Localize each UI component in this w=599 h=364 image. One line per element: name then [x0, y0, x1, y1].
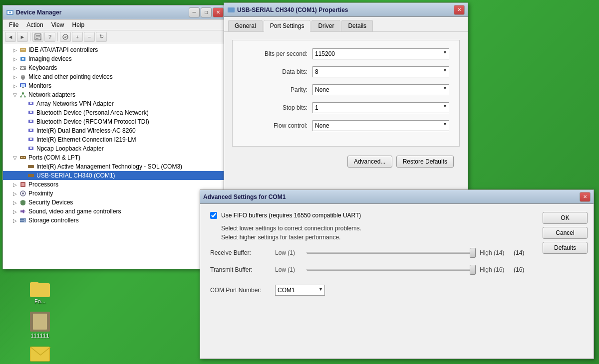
tree-item-storage[interactable]: ▷ Storage controllers: [3, 216, 227, 225]
toolbar-add[interactable]: +: [72, 32, 83, 42]
transmit-thumb[interactable]: [470, 265, 476, 275]
com-port-select-wrapper[interactable]: COM1 COM2 COM3 COM4: [275, 285, 325, 296]
expander-sound[interactable]: ▷: [11, 207, 19, 215]
desktop-icon-mail[interactable]: [25, 347, 55, 362]
defaults-button[interactable]: Defaults: [543, 242, 588, 254]
tree-item-vpn[interactable]: · Array Networks VPN Adapter: [3, 99, 227, 108]
tree-item-usb-serial[interactable]: · USB-SERIAL CH340 (COM1): [3, 171, 227, 180]
tree-item-amt[interactable]: · Intel(R) Active Management Technology …: [3, 162, 227, 171]
minimize-button[interactable]: ─: [189, 7, 200, 17]
cancel-button[interactable]: Cancel: [543, 227, 588, 239]
parity-wrapper[interactable]: None Odd Even: [312, 84, 449, 95]
expander-ports[interactable]: ▽: [11, 154, 19, 162]
svg-point-54: [24, 221, 25, 222]
com-port-select[interactable]: COM1 COM2 COM3 COM4: [275, 285, 325, 296]
expander-prox[interactable]: ▷: [11, 189, 19, 197]
advanced-button[interactable]: Advanced...: [347, 156, 392, 168]
menu-file[interactable]: File: [5, 20, 22, 29]
device-manager-titlebar[interactable]: Device Manager ─ □ ✕: [3, 5, 227, 19]
expander-ide[interactable]: ▷: [11, 46, 19, 54]
menu-view[interactable]: View: [47, 20, 68, 29]
flow-select[interactable]: None Xon/Xoff Hardware: [312, 120, 449, 131]
tree-item-wifi[interactable]: · Intel(R) Dual Band Wireless-AC 8260: [3, 126, 227, 135]
svg-point-31: [30, 111, 32, 113]
tree-item-bt1[interactable]: · Bluetooth Device (Personal Area Networ…: [3, 108, 227, 117]
tree-item-bt2[interactable]: · Bluetooth Device (RFCOMM Protocol TDI): [3, 117, 227, 126]
tree-item-monitors[interactable]: ▷ Monitors: [3, 81, 227, 90]
tree-item-ethernet[interactable]: · Intel(R) Ethernet Connection I219-LM: [3, 135, 227, 144]
bits-per-second-select[interactable]: 115200 57600 38400 19200 9600: [312, 48, 449, 59]
tree-item-npcap[interactable]: · Npcap Loopback Adapter: [3, 144, 227, 153]
expander-proc[interactable]: ▷: [11, 181, 19, 188]
data-bits-wrapper[interactable]: 8 7 6 5: [312, 66, 449, 77]
receive-thumb[interactable]: [470, 248, 476, 258]
toolbar-remove[interactable]: −: [84, 32, 95, 42]
tab-general[interactable]: General: [228, 20, 263, 31]
close-button[interactable]: ✕: [213, 7, 224, 17]
tab-details[interactable]: Details: [341, 20, 373, 31]
tree-item-security[interactable]: ▷ Security Devices: [3, 198, 227, 207]
svg-rect-16: [25, 67, 25, 68]
tree-item-ide[interactable]: ▷ IDE ATA/ATAPI controllers: [3, 45, 227, 54]
expander-imaging[interactable]: ▷: [11, 55, 19, 63]
transmit-value: (16): [514, 266, 529, 273]
advanced-titlebar[interactable]: Advanced Settings for COM1 ✕: [200, 190, 594, 204]
tab-driver[interactable]: Driver: [311, 20, 340, 31]
maximize-button[interactable]: □: [201, 7, 212, 17]
toolbar-back[interactable]: ◄: [5, 32, 16, 42]
ok-button[interactable]: OK: [543, 212, 588, 224]
svg-rect-47: [21, 183, 24, 186]
restore-defaults-button[interactable]: Restore Defaults: [396, 156, 454, 168]
expander-monitors[interactable]: ▷: [11, 82, 19, 90]
expander-keyboards[interactable]: ▷: [11, 64, 19, 72]
tree-label-npcap: Npcap Loopback Adapter: [36, 145, 104, 152]
toolbar-properties[interactable]: [32, 32, 43, 42]
fifo-label[interactable]: Use FIFO buffers (requires 16550 compati…: [221, 212, 361, 219]
tree-item-mice[interactable]: ▷ Mice and other pointing devices: [3, 72, 227, 81]
usb-props-title: USB-SERIAL CH340 (COM1) Properties: [237, 6, 454, 13]
desktop-icon-file[interactable]: 111111: [25, 312, 55, 339]
receive-slider[interactable]: [306, 248, 476, 258]
expander-network[interactable]: ▽: [11, 91, 19, 99]
tree-item-ports[interactable]: ▽ Ports (COM & LPT): [3, 153, 227, 162]
menu-help[interactable]: Help: [68, 20, 89, 29]
menu-action[interactable]: Action: [22, 20, 47, 29]
expander-storage[interactable]: ▷: [11, 216, 19, 224]
bits-select-wrapper[interactable]: 115200 57600 38400 19200 9600: [312, 48, 449, 59]
bt1-icon: [27, 109, 35, 117]
stop-bits-select[interactable]: 1 1.5 2: [312, 102, 449, 113]
network-icon: [19, 91, 27, 99]
tree-label-prox: Proximity: [28, 190, 53, 197]
tab-port-settings[interactable]: Port Settings: [264, 20, 311, 32]
advanced-close[interactable]: ✕: [580, 192, 591, 202]
expander-security[interactable]: ▷: [11, 198, 19, 206]
fifo-checkbox[interactable]: [210, 212, 217, 219]
parity-select[interactable]: None Odd Even: [312, 84, 449, 95]
svg-line-27: [23, 94, 25, 96]
usb-props-close[interactable]: ✕: [454, 5, 465, 15]
tree-item-prox[interactable]: ▷ Proximity: [3, 189, 227, 198]
toolbar-forward[interactable]: ►: [17, 32, 28, 42]
svg-point-24: [20, 96, 22, 98]
toolbar-help[interactable]: ?: [44, 32, 55, 42]
expander-mice[interactable]: ▷: [11, 73, 19, 81]
transmit-slider[interactable]: [306, 265, 476, 275]
data-bits-select[interactable]: 8 7 6 5: [312, 66, 449, 77]
flow-wrapper[interactable]: None Xon/Xoff Hardware: [312, 120, 449, 131]
tree-item-network[interactable]: ▽ Network adapters: [3, 90, 227, 99]
tree-item-proc[interactable]: ▷ Processors: [3, 180, 227, 189]
toolbar-sep1: [30, 32, 30, 41]
device-tree[interactable]: ▷ IDE ATA/ATAPI controllers ▷ Imaging de…: [3, 43, 227, 269]
tree-label-network: Network adapters: [28, 91, 75, 98]
desktop-icon-folder[interactable]: Fo...: [25, 279, 55, 304]
tree-item-sound[interactable]: ▷ Sound, video and game controllers: [3, 207, 227, 216]
usb-props-titlebar[interactable]: USB-SERIAL CH340 (COM1) Properties ✕: [224, 3, 468, 17]
receive-low: Low (1): [275, 249, 302, 256]
tree-item-keyboards[interactable]: ▷ Keyboards: [3, 63, 227, 72]
tree-item-imaging[interactable]: ▷ Imaging devices: [3, 54, 227, 63]
toolbar-refresh[interactable]: ↻: [96, 32, 107, 42]
advanced-sidebar: OK Cancel Defaults: [539, 204, 594, 304]
svg-rect-8: [20, 48, 26, 52]
toolbar-scan[interactable]: [60, 32, 71, 42]
stop-bits-wrapper[interactable]: 1 1.5 2: [312, 102, 449, 113]
